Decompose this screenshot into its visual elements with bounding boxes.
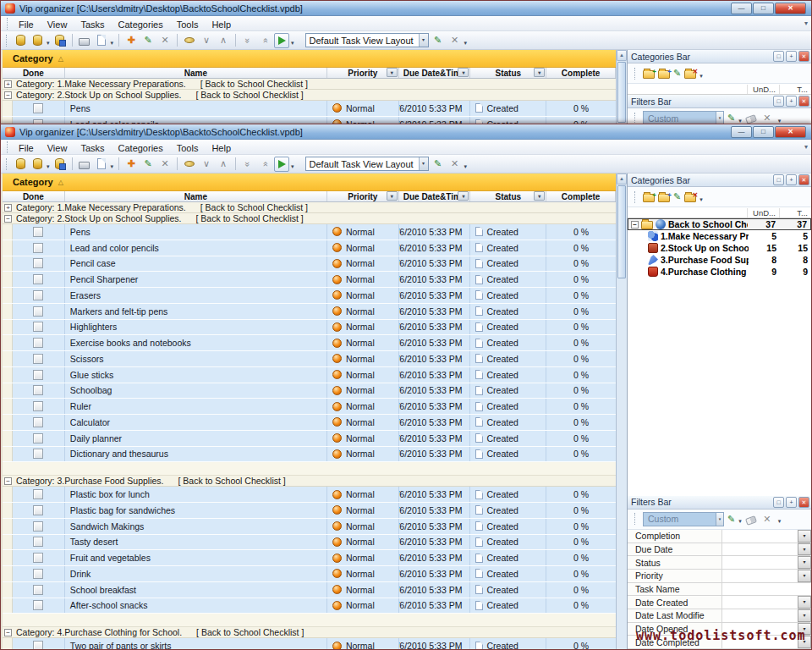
panel-restore-icon[interactable]: □ — [773, 51, 784, 62]
task-view-layout-combo[interactable]: Default Task View Layout ▾ — [305, 157, 429, 171]
delete-category-icon[interactable]: ✕ — [684, 70, 696, 79]
move-bottom-icon[interactable]: » — [240, 157, 255, 172]
panel-close-icon[interactable]: ✕ — [798, 174, 809, 185]
save-database-icon[interactable] — [52, 157, 68, 172]
task-row[interactable]: Glue sticksNormal4/6/2010 5:33 PMCreated… — [3, 367, 616, 383]
task-checkbox[interactable] — [33, 370, 43, 380]
task-row[interactable]: Two pair of pants or skirtsNormal4/6/201… — [3, 638, 616, 649]
menu-help[interactable]: Help — [205, 18, 238, 31]
task-row[interactable]: SchoolbagNormal4/6/2010 5:33 PMCreated0 … — [3, 383, 616, 399]
task-checkbox[interactable] — [33, 641, 43, 649]
menu-file[interactable]: File — [12, 18, 41, 31]
task-checkbox[interactable] — [33, 417, 43, 427]
filter-value-field[interactable]: ▾ — [722, 543, 811, 556]
new-category-icon[interactable]: + — [643, 70, 655, 79]
filter-dropdown-icon[interactable]: ▾ — [798, 609, 811, 622]
column-filter-dropdown-icon[interactable]: ▾ — [458, 191, 469, 201]
edit-task-icon[interactable]: ✎ — [140, 157, 156, 172]
task-row[interactable]: Plastic box for lunchNormal4/6/2010 5:33… — [3, 487, 616, 503]
new-task-icon[interactable]: ✚ — [123, 157, 139, 172]
move-top-icon[interactable]: » — [257, 157, 272, 172]
task-row[interactable]: ScissorsNormal4/6/2010 5:33 PMCreated0 % — [3, 351, 616, 367]
group-expander-icon[interactable]: − — [4, 215, 12, 223]
column-filter-dropdown-icon[interactable]: ▾ — [458, 68, 469, 77]
menu-categories[interactable]: Categories — [112, 18, 170, 31]
filter-preset-combo[interactable]: Custom ▾ — [643, 512, 724, 526]
task-checkbox[interactable] — [33, 354, 43, 364]
category-tree-item-2-stock-up-on-school-supp[interactable]: 2.Stock Up on School Supp1515 — [628, 242, 811, 254]
task-view-layout-combo[interactable]: Default Task View Layout ▾ — [305, 33, 429, 47]
grid-vertical-scrollbar[interactable]: ▲ — [616, 174, 627, 649]
task-checkbox[interactable] — [33, 585, 43, 595]
vip-organizer-window-back[interactable]: Vip organizer [C:\Users\dmitry\Desktop\B… — [0, 0, 812, 124]
task-checkbox[interactable] — [33, 290, 43, 300]
task-checkbox[interactable] — [33, 521, 43, 532]
category-group-row[interactable]: +Category: 1.Make Necessary Preparations… — [3, 202, 616, 213]
column-header-status[interactable]: Status▾ — [470, 191, 546, 201]
save-layout-icon[interactable]: ✎ — [431, 157, 446, 172]
filter-preset-combo[interactable]: Custom ▾ — [643, 111, 724, 124]
print-caret-icon[interactable]: ▾ — [111, 163, 114, 170]
undone-column-header[interactable]: UnD... — [747, 85, 779, 94]
task-checkbox[interactable] — [33, 338, 43, 348]
category-group-row[interactable]: −Category: 2.Stock Up on School Supplies… — [3, 213, 616, 224]
new-subcategory-icon[interactable]: + — [658, 194, 670, 202]
task-row[interactable]: ErasersNormal4/6/2010 5:33 PMCreated0 % — [3, 288, 616, 304]
edit-task-icon[interactable]: ✎ — [140, 33, 156, 48]
new-task-icon[interactable]: ✚ — [123, 33, 139, 48]
close-button[interactable]: ✕ — [775, 126, 806, 138]
task-row[interactable]: Lead and color pencilsNormal4/6/2010 5:3… — [3, 240, 616, 256]
task-checkbox[interactable] — [33, 227, 43, 237]
filter-value-field[interactable]: ▾ — [722, 570, 811, 582]
toolbar-overflow-icon[interactable]: ▾ — [464, 163, 468, 170]
task-row[interactable]: PensNormal4/6/2010 5:33 PMCreated0 % — [3, 224, 616, 240]
panel-restore-icon[interactable]: □ — [773, 96, 784, 107]
task-row[interactable]: Pencil caseNormal4/6/2010 5:33 PMCreated… — [3, 256, 616, 273]
panel-pin-icon[interactable]: + — [786, 497, 797, 508]
task-row[interactable]: School breakfastNormal4/6/2010 5:33 PMCr… — [3, 582, 616, 598]
task-checkbox[interactable] — [33, 103, 43, 113]
column-header-priority[interactable]: Priority▾ — [327, 68, 399, 78]
task-checkbox[interactable] — [33, 553, 43, 563]
categories-toolbar-overflow-icon[interactable]: ▾ — [700, 73, 703, 80]
column-header-done[interactable]: Done — [3, 68, 65, 78]
panel-pin-icon[interactable]: + — [786, 51, 797, 62]
print-preview-icon[interactable] — [94, 157, 109, 172]
column-filter-dropdown-icon[interactable]: ▾ — [387, 68, 398, 77]
filter-preset-dropdown-icon[interactable]: ▾ — [716, 513, 723, 526]
task-checkbox[interactable] — [33, 401, 43, 411]
column-header-status[interactable]: Status▾ — [470, 68, 546, 78]
filter-value-field[interactable]: ▾ — [722, 556, 811, 569]
move-top-icon[interactable]: » — [257, 33, 272, 48]
task-row[interactable]: CalculatorNormal4/6/2010 5:33 PMCreated0… — [3, 415, 616, 431]
move-up-icon[interactable]: ∧ — [216, 33, 231, 48]
delete-layout-icon[interactable]: ✕ — [447, 33, 463, 48]
column-header-due-date-time[interactable]: Due Date&Time▾ — [399, 68, 471, 78]
task-row[interactable]: Daily plannerNormal4/6/2010 5:33 PMCreat… — [3, 431, 616, 447]
menu-file[interactable]: File — [12, 141, 41, 155]
layout-combo-dropdown-icon[interactable]: ▾ — [419, 34, 428, 47]
save-filter-icon[interactable]: ✎ — [727, 113, 735, 124]
new-subcategory-icon[interactable]: + — [658, 70, 670, 79]
task-row[interactable]: Tasty desertNormal4/6/2010 5:33 PMCreate… — [3, 535, 616, 551]
menu-view[interactable]: View — [41, 18, 74, 31]
group-expander-icon[interactable]: − — [4, 629, 12, 636]
task-row[interactable]: Plastic bag for sandwichesNormal4/6/2010… — [3, 503, 616, 519]
edit-category-icon[interactable]: ✎ — [673, 191, 681, 202]
filter-dropdown-icon[interactable]: ▾ — [798, 556, 811, 569]
delete-filter-icon[interactable]: ✕ — [760, 111, 775, 125]
total-column-header[interactable]: T... — [779, 85, 811, 94]
filter-value-field[interactable]: ▾ — [722, 596, 811, 609]
category-tree-item-back-to-school-checklist[interactable]: −Back to School Checklist3737 — [628, 218, 811, 230]
save-database-icon[interactable] — [52, 33, 68, 48]
menu-tasks[interactable]: Tasks — [74, 141, 111, 155]
tree-expander-icon[interactable]: − — [631, 221, 639, 229]
filter-value-field[interactable] — [722, 583, 811, 596]
minimize-button[interactable]: — — [731, 126, 752, 138]
task-checkbox[interactable] — [33, 489, 43, 499]
apply-view-icon[interactable] — [274, 33, 289, 48]
move-up-icon[interactable]: ∧ — [216, 157, 231, 172]
task-checkbox[interactable] — [33, 322, 43, 332]
group-expander-icon[interactable]: + — [4, 204, 12, 212]
panel-close-icon[interactable]: ✕ — [798, 96, 809, 107]
